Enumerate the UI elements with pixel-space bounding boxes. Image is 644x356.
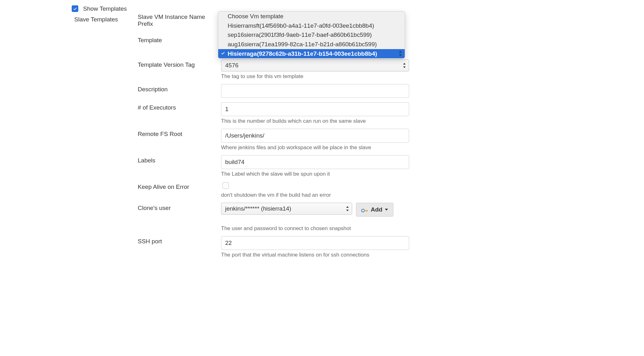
updown-icon: [402, 63, 406, 68]
label-ssh-port: SSH port: [138, 236, 221, 245]
svg-rect-2: [367, 210, 367, 212]
dropdown-header: Choose Vm template: [218, 12, 405, 21]
label-version-tag: Template Version Tag: [138, 59, 221, 68]
help-ssh-port: The port that the virtual machine listen…: [221, 252, 409, 258]
row-labels: Labels The Label which the slave will be…: [138, 155, 644, 182]
label-clone-user: Clone's user: [138, 203, 221, 212]
check-icon: [221, 50, 225, 58]
add-button-label: Add: [371, 206, 382, 213]
label-remote-fs: Remote FS Root: [138, 129, 221, 138]
chevron-down-icon: [385, 209, 388, 211]
row-executors: # of Executors This is the number of bui…: [138, 102, 644, 129]
row-clone-user: Clone's user jenkins/****** (hisierra14)…: [138, 203, 644, 236]
help-keep-alive: don't shutdown the vm if the build had a…: [221, 192, 409, 198]
executors-input[interactable]: [221, 102, 409, 116]
help-executors: This is the number of builds which can r…: [221, 118, 409, 124]
version-tag-value: 4576: [225, 62, 238, 69]
key-icon: [361, 207, 368, 212]
updown-icon: [346, 206, 349, 212]
remote-fs-input[interactable]: [221, 129, 409, 143]
help-remote-fs: Where jenkins files and job workspace wi…: [221, 144, 409, 151]
add-credentials-button[interactable]: Add: [356, 203, 393, 217]
row-description: Description: [138, 84, 644, 102]
row-keep-alive: Keep Alive on Error don't shutdown the v…: [138, 182, 644, 203]
updown-icon: [398, 51, 402, 56]
dropdown-option[interactable]: sep16sierra(2901f3fd-9aeb-11e7-baef-a860…: [218, 30, 405, 40]
row-version-tag: Template Version Tag 4576 The tag to use…: [138, 59, 644, 84]
label-labels: Labels: [138, 155, 221, 164]
clone-user-select[interactable]: jenkins/****** (hisierra14): [221, 203, 352, 215]
dropdown-option[interactable]: aug16sierra(71ea1999-82ca-11e7-b21d-a860…: [218, 40, 405, 49]
label-instance-prefix: Slave VM Instance Name Prefix: [138, 12, 221, 27]
dropdown-option-selected[interactable]: Hisierraga(9278c62b-a31b-11e7-b154-003ee…: [218, 49, 405, 59]
ssh-port-input[interactable]: [221, 236, 409, 250]
labels-input[interactable]: [221, 155, 409, 169]
keep-alive-checkbox[interactable]: [222, 182, 229, 189]
version-tag-select[interactable]: 4576: [221, 59, 409, 71]
dropdown-selected-label: Hisierraga(9278c62b-a31b-11e7-b154-003ee…: [228, 50, 377, 57]
svg-point-0: [362, 209, 364, 212]
description-input[interactable]: [221, 84, 409, 98]
help-version-tag: The tag to use for this vm template: [221, 73, 409, 80]
clone-user-value: jenkins/****** (hisierra14): [225, 205, 291, 212]
label-template: Template: [138, 35, 221, 44]
row-remote-fs: Remote FS Root Where jenkins files and j…: [138, 129, 644, 155]
show-templates-label: Show Templates: [83, 5, 127, 12]
label-executors: # of Executors: [138, 102, 221, 111]
template-dropdown[interactable]: Choose Vm template Hisierramsft(14f569b0…: [218, 11, 405, 59]
show-templates-checkbox[interactable]: [72, 5, 78, 12]
row-ssh-port: SSH port The port that the virtual machi…: [138, 236, 644, 263]
label-keep-alive: Keep Alive on Error: [138, 182, 221, 190]
label-description: Description: [138, 84, 221, 93]
help-labels: The Label which the slave will be spun u…: [221, 171, 409, 177]
help-clone-user: The user and password to connect to chos…: [221, 225, 409, 232]
dropdown-option[interactable]: Hisierramsft(14f569b0-a4a1-11e7-a0fd-003…: [218, 21, 405, 31]
